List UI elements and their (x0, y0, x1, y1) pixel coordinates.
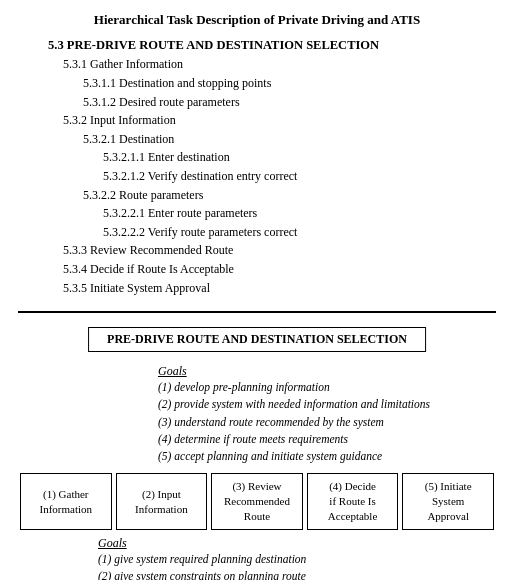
goal-item: (2) provide system with needed informati… (158, 396, 496, 413)
flow-box: (1) Gather Information (20, 473, 112, 530)
hierarchy-item: 5.3.4 Decide if Route Is Acceptable (63, 260, 496, 279)
hierarchy-item: 5.3.2.1 Destination (83, 130, 496, 149)
hierarchy-item: 5.3.1 Gather Information (63, 55, 496, 74)
sub-goals-label: Goals (98, 536, 496, 551)
flow-row: (1) Gather Information(2) Input Informat… (18, 473, 496, 530)
hierarchy-item: 5.3.2.2.1 Enter route parameters (103, 204, 496, 223)
hierarchy-item: 5.3.2.2.2 Verify route parameters correc… (103, 223, 496, 242)
hierarchy-h1: 5.3 PRE-DRIVE ROUTE AND DESTINATION SELE… (48, 36, 496, 55)
bottom-section: PRE-DRIVE ROUTE AND DESTINATION SELECTIO… (18, 327, 496, 580)
goal-item: (4) determine if route meets requirement… (158, 431, 496, 448)
goal-item: (1) develop pre-planning information (158, 379, 496, 396)
divider (18, 311, 496, 313)
hierarchy-item: 5.3.1.1 Destination and stopping points (83, 74, 496, 93)
flow-box: (5) Initiate System Approval (402, 473, 494, 530)
bottom-box-title: PRE-DRIVE ROUTE AND DESTINATION SELECTIO… (88, 327, 426, 352)
flow-box: (2) Input Information (116, 473, 208, 530)
hierarchy-item: 5.3.5 Initiate System Approval (63, 279, 496, 298)
hierarchy-section: 5.3 PRE-DRIVE ROUTE AND DESTINATION SELE… (28, 36, 496, 297)
hierarchy-item: 5.3.2.1.1 Enter destination (103, 148, 496, 167)
hierarchy-item: 5.3.2.1.2 Verify destination entry corre… (103, 167, 496, 186)
goal-item: (5) accept planning and initiate system … (158, 448, 496, 465)
main-goals-section: Goals (1) develop pre-planning informati… (158, 364, 496, 465)
flow-box: (4) Decide if Route Is Acceptable (307, 473, 399, 530)
sub-goal-item: (1) give system required planning destin… (98, 551, 496, 568)
sub-goals-section: Goals (1) give system required planning … (98, 536, 496, 580)
hierarchy-item: 5.3.2.2 Route parameters (83, 186, 496, 205)
page-title: Hierarchical Task Description of Private… (18, 12, 496, 28)
hierarchy-item: 5.3.2 Input Information (63, 111, 496, 130)
sub-goal-item: (2) give system constraints on planning … (98, 568, 496, 580)
flow-box: (3) Review Recommended Route (211, 473, 303, 530)
goal-item: (3) understand route recommended by the … (158, 414, 496, 431)
hierarchy-item: 5.3.1.2 Desired route parameters (83, 93, 496, 112)
hierarchy-item: 5.3.3 Review Recommended Route (63, 241, 496, 260)
goals-label: Goals (158, 364, 496, 379)
